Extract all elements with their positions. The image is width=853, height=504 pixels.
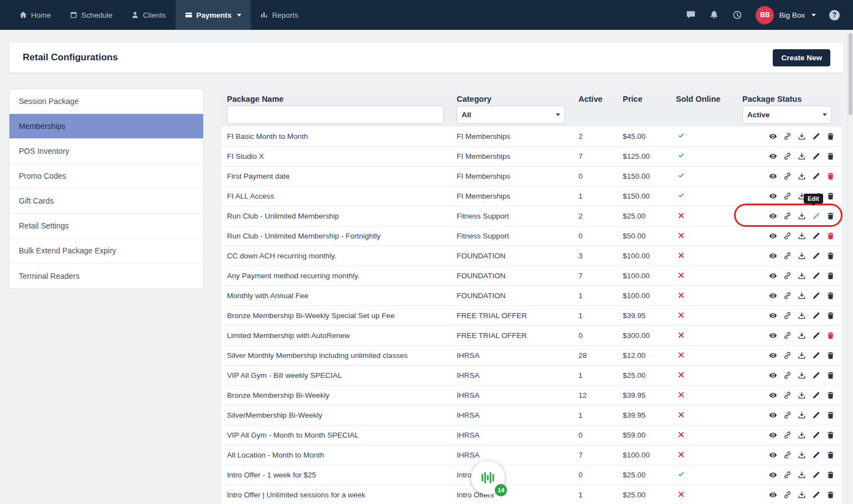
export-icon[interactable]	[798, 331, 806, 340]
view-icon[interactable]	[769, 152, 777, 160]
delete-icon[interactable]	[826, 292, 835, 300]
help-icon[interactable]: ?	[829, 10, 840, 20]
sidebar-item-gift-cards[interactable]: Gift Cards	[9, 189, 203, 214]
delete-icon[interactable]	[826, 411, 835, 419]
export-icon[interactable]	[798, 232, 806, 240]
sidebar-item-memberships[interactable]: Memberships	[9, 114, 203, 139]
edit-icon[interactable]	[812, 172, 820, 180]
edit-icon[interactable]	[812, 371, 820, 380]
link-icon[interactable]	[783, 431, 792, 439]
link-icon[interactable]	[783, 132, 792, 141]
edit-icon[interactable]	[812, 292, 820, 300]
edit-icon[interactable]	[812, 451, 820, 459]
view-icon[interactable]	[769, 371, 777, 380]
link-icon[interactable]	[783, 451, 792, 459]
delete-icon[interactable]	[826, 212, 835, 220]
edit-icon[interactable]	[812, 152, 820, 160]
link-icon[interactable]	[783, 232, 792, 240]
sidebar-item-session-package[interactable]: Session Package	[9, 89, 203, 114]
link-icon[interactable]	[783, 252, 792, 260]
view-icon[interactable]	[769, 172, 777, 180]
view-icon[interactable]	[769, 391, 777, 399]
sidebar-item-retail-settings[interactable]: Retail Settings	[9, 214, 203, 238]
edit-icon[interactable]	[812, 212, 820, 220]
status-filter[interactable]: Active	[742, 106, 832, 124]
export-icon[interactable]	[798, 272, 806, 280]
view-icon[interactable]	[769, 272, 777, 280]
export-icon[interactable]	[798, 491, 806, 499]
edit-icon[interactable]	[812, 351, 820, 360]
export-icon[interactable]	[798, 172, 806, 180]
link-icon[interactable]	[783, 192, 792, 200]
edit-icon[interactable]	[812, 491, 820, 499]
view-icon[interactable]	[769, 331, 777, 340]
edit-icon[interactable]	[812, 272, 820, 280]
export-icon[interactable]	[798, 371, 806, 380]
view-icon[interactable]	[769, 132, 777, 141]
link-icon[interactable]	[783, 311, 792, 320]
export-icon[interactable]	[798, 132, 806, 141]
link-icon[interactable]	[783, 471, 792, 479]
export-icon[interactable]	[798, 292, 806, 300]
package-name-filter[interactable]	[227, 106, 444, 124]
export-icon[interactable]	[798, 431, 806, 439]
create-new-button[interactable]: Create New	[773, 49, 830, 66]
delete-icon[interactable]	[826, 371, 835, 380]
scrollbar-thumb[interactable]	[849, 33, 852, 115]
view-icon[interactable]	[769, 491, 777, 499]
edit-icon[interactable]	[812, 411, 820, 419]
link-icon[interactable]	[783, 391, 792, 399]
export-icon[interactable]	[798, 311, 806, 320]
edit-icon[interactable]	[812, 232, 820, 240]
view-icon[interactable]	[769, 292, 777, 300]
link-icon[interactable]	[783, 152, 792, 160]
export-icon[interactable]	[798, 451, 806, 459]
category-filter[interactable]: All	[457, 106, 565, 124]
delete-icon[interactable]	[826, 252, 835, 260]
delete-icon[interactable]	[826, 232, 835, 240]
nav-clients[interactable]: Clients	[122, 0, 175, 30]
view-icon[interactable]	[769, 351, 777, 360]
link-icon[interactable]	[783, 292, 792, 300]
delete-icon[interactable]	[826, 272, 835, 280]
view-icon[interactable]	[769, 192, 777, 200]
export-icon[interactable]	[798, 252, 806, 260]
delete-icon[interactable]	[826, 132, 835, 141]
nav-home[interactable]: Home	[10, 0, 60, 30]
delete-icon[interactable]	[826, 471, 835, 479]
view-icon[interactable]	[769, 212, 777, 220]
link-icon[interactable]	[783, 351, 792, 360]
delete-icon[interactable]	[826, 391, 835, 399]
delete-icon[interactable]	[826, 431, 835, 439]
sidebar-item-terminal-readers[interactable]: Terminal Readers	[9, 263, 203, 288]
link-icon[interactable]	[783, 371, 792, 380]
export-icon[interactable]	[798, 152, 806, 160]
delete-icon[interactable]	[826, 491, 835, 499]
delete-icon[interactable]	[826, 331, 835, 340]
sidebar-item-pos-inventory[interactable]: POS Inventory	[9, 139, 203, 164]
sidebar-item-promo-codes[interactable]: Promo Codes	[9, 164, 203, 189]
delete-icon[interactable]	[826, 311, 835, 320]
view-icon[interactable]	[769, 471, 777, 479]
delete-icon[interactable]	[826, 172, 835, 180]
edit-icon[interactable]	[812, 132, 820, 141]
edit-icon[interactable]	[812, 311, 820, 320]
export-icon[interactable]	[798, 471, 806, 479]
link-icon[interactable]	[783, 411, 792, 419]
view-icon[interactable]	[769, 232, 777, 240]
view-icon[interactable]	[769, 411, 777, 419]
view-icon[interactable]	[769, 431, 777, 439]
edit-icon[interactable]	[812, 431, 820, 439]
scan-widget-button[interactable]: 14	[471, 461, 505, 495]
nav-payments[interactable]: Payments	[175, 0, 251, 30]
link-icon[interactable]	[783, 491, 792, 499]
clock-icon[interactable]	[732, 10, 742, 20]
edit-icon[interactable]	[812, 331, 820, 340]
edit-icon[interactable]	[812, 391, 820, 399]
chat-icon[interactable]	[686, 10, 696, 20]
link-icon[interactable]	[783, 331, 792, 340]
export-icon[interactable]	[798, 391, 806, 399]
nav-reports[interactable]: Reports	[251, 0, 307, 30]
link-icon[interactable]	[783, 172, 792, 180]
link-icon[interactable]	[783, 272, 792, 280]
